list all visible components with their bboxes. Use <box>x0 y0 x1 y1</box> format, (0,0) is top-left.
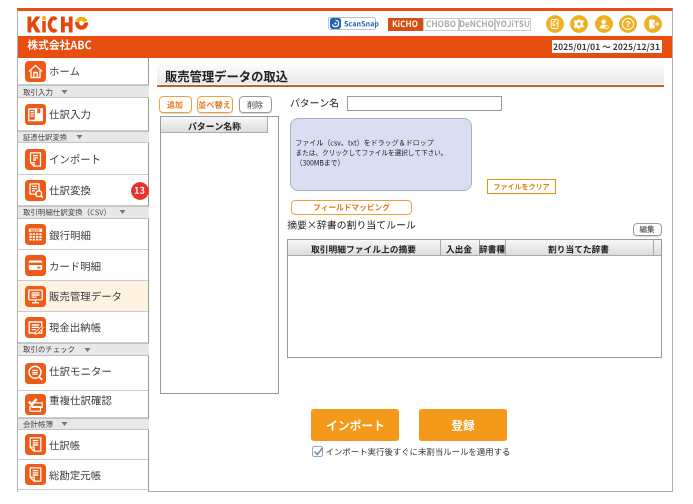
svg-text:?: ? <box>625 19 631 29</box>
svg-text:BANK: BANK <box>31 228 41 232</box>
